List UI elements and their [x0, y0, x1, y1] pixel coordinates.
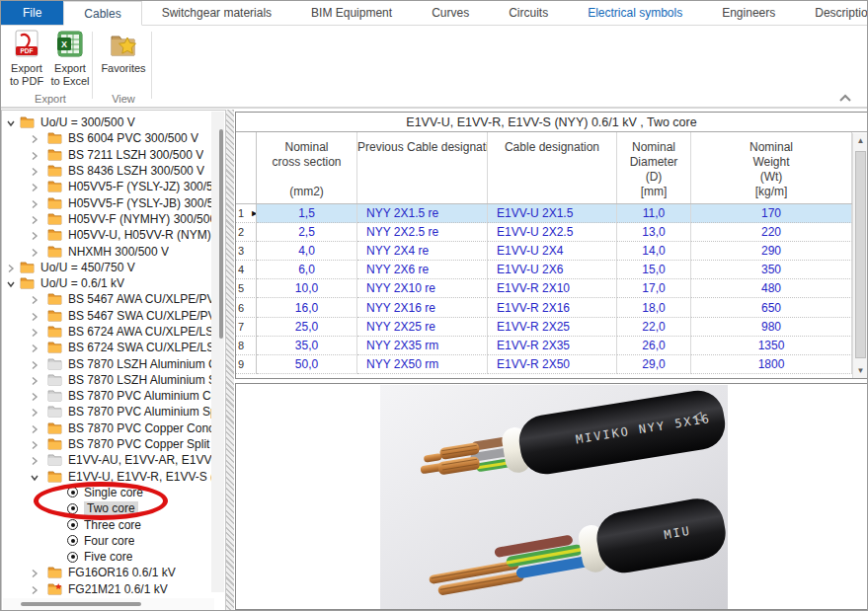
tab-cables[interactable]: Cables: [63, 1, 141, 26]
radio-button-icon[interactable]: [67, 503, 78, 514]
tree-item-bs-6004-pvc-300-500-v[interactable]: BS 6004 PVC 300/500 V: [2, 130, 214, 146]
tree-item-bs-7211-lszh-300-500-v[interactable]: BS 7211 LSZH 300/500 V: [2, 147, 214, 163]
tree-item-bs-5467-awa-cu-xlpe-pvc-0-6[interactable]: BS 5467 AWA CU/XLPE/PVC 0.6: [2, 291, 214, 307]
tree-item-four-core[interactable]: Four core: [2, 533, 214, 549]
tree-item-h05vv-f-nymhy-300-500-v[interactable]: H05VV-F (NYMHY) 300/500 V: [2, 211, 214, 227]
tree-item-bs-6724-swa-cu-xlpe-lszh-0-6[interactable]: BS 6724 SWA CU/XLPE/LSZH 0.6: [2, 340, 214, 355]
tree-item-h05vv5-f-ysly-jz-300-500-v[interactable]: H05VV5-F (YSLY-JZ) 300/500 V: [2, 179, 214, 194]
chevron-right-icon[interactable]: [30, 230, 39, 240]
col-cable-designation[interactable]: Cable designation: [488, 132, 617, 203]
chevron-right-icon[interactable]: [30, 568, 39, 577]
tab-bim-equipment[interactable]: BIM Equipment: [291, 1, 412, 25]
main-area: Uo/U = 300/500 VBS 6004 PVC 300/500 VBS …: [1, 110, 868, 611]
table-scrollbar-thumb[interactable]: [855, 151, 866, 358]
chevron-right-icon[interactable]: [6, 263, 16, 272]
tree-item-bs-6724-awa-cu-xlpe-lszh-0-6[interactable]: BS 6724 AWA CU/XLPE/LSZH 0.6: [2, 324, 214, 340]
chevron-right-icon[interactable]: [30, 584, 39, 594]
tree-item-e1vv-u-e1vv-r-e1vv-s-nyy[interactable]: E1VV-U, E1VV-R, E1VV-S (NYY): [2, 469, 214, 485]
tab-curves[interactable]: Curves: [412, 1, 489, 25]
tree-item-bs-7870-pvc-copper-concent[interactable]: BS 7870 PVC Copper Concent: [2, 420, 214, 436]
radio-button-icon[interactable]: [67, 535, 78, 546]
col-cross-section[interactable]: Nominal cross section (mm2): [257, 132, 357, 203]
tree-item-uo-u-300-500-v[interactable]: Uo/U = 300/500 V: [2, 115, 214, 130]
tree-item-uo-u-450-750-v[interactable]: Uo/U = 450/750 V: [2, 260, 214, 275]
chevron-right-icon[interactable]: [30, 359, 39, 369]
table-row[interactable]: 46,0NYY 2X6 reE1VV-U 2X615,0350: [236, 261, 867, 279]
tree-vertical-scrollbar-thumb[interactable]: [219, 129, 223, 339]
tree-item-label: BS 7211 LSZH 300/500 V: [68, 148, 203, 162]
tree-item-bs-8436-lszh-300-500-v[interactable]: BS 8436 LSZH 300/500 V: [2, 163, 214, 179]
chevron-right-icon[interactable]: [30, 343, 39, 352]
chevron-down-icon[interactable]: [6, 117, 16, 127]
tree-item-five-core[interactable]: Five core: [2, 549, 214, 565]
tree-item-three-core[interactable]: Three core: [2, 516, 214, 532]
chevron-right-icon[interactable]: [30, 150, 39, 160]
tree-item-two-core[interactable]: Two core: [2, 500, 214, 516]
table-row[interactable]: 510,0NYY 2X10 reE1VV-R 2X1017,0480: [236, 279, 867, 298]
tab-electrical-symbols[interactable]: Electrical symbols: [568, 1, 702, 25]
export-to-pdf-button[interactable]: PDF Exportto PDF: [5, 30, 48, 89]
radio-button-icon[interactable]: [67, 519, 78, 530]
col-diameter[interactable]: Nominal Diameter (D) [mm]: [617, 132, 691, 203]
tree-item-h05vv-u-h05vv-r-nym-300-500-v[interactable]: H05VV-U, H05VV-R (NYM) 300/500 V: [2, 227, 214, 243]
export-to-excel-button[interactable]: X Exportto Excel: [48, 30, 92, 89]
chevron-right-icon[interactable]: [30, 327, 39, 337]
radio-button-icon[interactable]: [67, 487, 78, 497]
cell-previous-designation: NYY 2X4 re: [357, 242, 488, 261]
table-row[interactable]: 34,0NYY 2X4 reE1VV-U 2X414,0290: [236, 242, 867, 261]
tab-circuits[interactable]: Circuits: [489, 1, 568, 25]
tree-vertical-scrollbar[interactable]: [211, 112, 224, 592]
tab-engineers[interactable]: Engineers: [702, 1, 795, 25]
tree-horizontal-scrollbar-thumb[interactable]: [21, 602, 141, 606]
tree-item-fg16or16-0-6-1-kv[interactable]: FG16OR16 0.6/1 kV: [2, 565, 214, 580]
chevron-right-icon[interactable]: [30, 133, 39, 143]
tree-item-bs-5467-swa-cu-xlpe-pvc-0-6[interactable]: BS 5467 SWA CU/XLPE/PVC 0.6: [2, 308, 214, 324]
favorites-button[interactable]: Favorites: [100, 30, 147, 89]
chevron-right-icon[interactable]: [30, 214, 39, 224]
tree-horizontal-scrollbar[interactable]: [3, 598, 214, 610]
col-previous-designation[interactable]: Previous Cable designation: [357, 132, 488, 203]
tree-item-single-core[interactable]: Single core: [2, 485, 214, 500]
chevron-right-icon[interactable]: [30, 375, 39, 385]
tree-item-fg21m21-0-6-1-kv[interactable]: FG21M21 0.6/1 kV: [2, 581, 214, 597]
collapse-ribbon-icon[interactable]: [837, 89, 853, 101]
tab-descriptions[interactable]: Descriptions: [795, 1, 868, 25]
chevron-right-icon[interactable]: [30, 311, 39, 321]
chevron-right-icon[interactable]: [30, 166, 39, 176]
tree-item-e1vv-au-e1vv-ar-e1vv-as[interactable]: E1VV-AU, E1VV-AR, E1VV-AS: [2, 452, 214, 468]
scroll-up-icon[interactable]: ▲: [853, 133, 868, 148]
chevron-down-icon[interactable]: [6, 278, 16, 288]
chevron-right-icon[interactable]: [30, 247, 39, 257]
table-vertical-scrollbar[interactable]: ▲ ▼: [852, 133, 867, 378]
scroll-down-icon[interactable]: ▼: [853, 363, 868, 378]
tree-item-bs-7870-pvc-copper-split-cor[interactable]: BS 7870 PVC Copper Split Cor: [2, 436, 214, 452]
table-row[interactable]: 950,0NYY 2X50 rmE1VV-R 2X5029,01800: [236, 355, 867, 374]
chevron-right-icon[interactable]: [30, 439, 39, 449]
table-row[interactable]: 22,5NYY 2X2.5 reE1VV-U 2X2.513,0220: [236, 223, 867, 242]
chevron-right-icon[interactable]: [30, 423, 39, 433]
tree-item-bs-7870-lszh-aluminium-conc[interactable]: BS 7870 LSZH Aluminium Conc: [2, 355, 214, 371]
chevron-right-icon[interactable]: [30, 182, 39, 191]
chevron-right-icon[interactable]: [30, 391, 39, 401]
tree-item-bs-7870-pvc-aluminium-conc[interactable]: BS 7870 PVC Aluminium Conc: [2, 388, 214, 404]
table-row[interactable]: 616,0NYY 2X16 reE1VV-R 2X1618,0650: [236, 298, 867, 317]
tree-item-h05vv5-f-ysly-jb-300-500-v[interactable]: H05VV5-F (YSLY-JB) 300/500 V: [2, 194, 214, 210]
chevron-right-icon[interactable]: [30, 455, 39, 465]
tab-switchgear-materials[interactable]: Switchgear materials: [142, 1, 291, 25]
cell-diameter: 18,0: [617, 298, 691, 317]
tab-file[interactable]: File: [1, 1, 63, 25]
chevron-right-icon[interactable]: [30, 407, 39, 417]
radio-button-icon[interactable]: [67, 552, 78, 563]
panel-splitter[interactable]: [226, 110, 234, 611]
tree-item-bs-7870-lszh-aluminium-split[interactable]: BS 7870 LSZH Aluminium Split: [2, 372, 214, 388]
chevron-right-icon[interactable]: [30, 294, 39, 304]
chevron-down-icon[interactable]: [30, 472, 39, 482]
col-weight[interactable]: Nominal Weight (Wt) [kg/m]: [691, 132, 852, 203]
table-row[interactable]: 1►1,5NYY 2X1.5 reE1VV-U 2X1.511,0170: [236, 204, 867, 223]
chevron-right-icon[interactable]: [30, 198, 39, 208]
tree-item-uo-u-0-6-1-kv[interactable]: Uo/U = 0.6/1 kV: [2, 275, 214, 291]
table-row[interactable]: 835,0NYY 2X35 rmE1VV-R 2X3526,01350: [236, 337, 867, 355]
tree-item-bs-7870-pvc-aluminium-split[interactable]: BS 7870 PVC Aluminium Split: [2, 404, 214, 420]
tree-item-nhxmh-300-500-v[interactable]: NHXMH 300/500 V: [2, 243, 214, 259]
table-row[interactable]: 725,0NYY 2X25 reE1VV-R 2X2522,0980: [236, 318, 867, 337]
